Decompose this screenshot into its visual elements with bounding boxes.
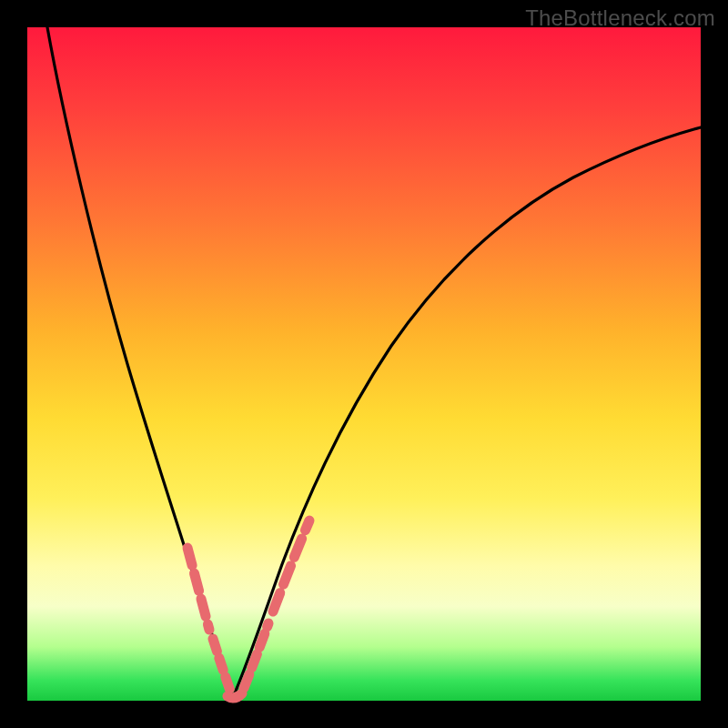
chart-frame: TheBottleneck.com [0,0,728,728]
watermark-text: TheBottleneck.com [525,5,715,31]
plot-area [27,27,701,701]
